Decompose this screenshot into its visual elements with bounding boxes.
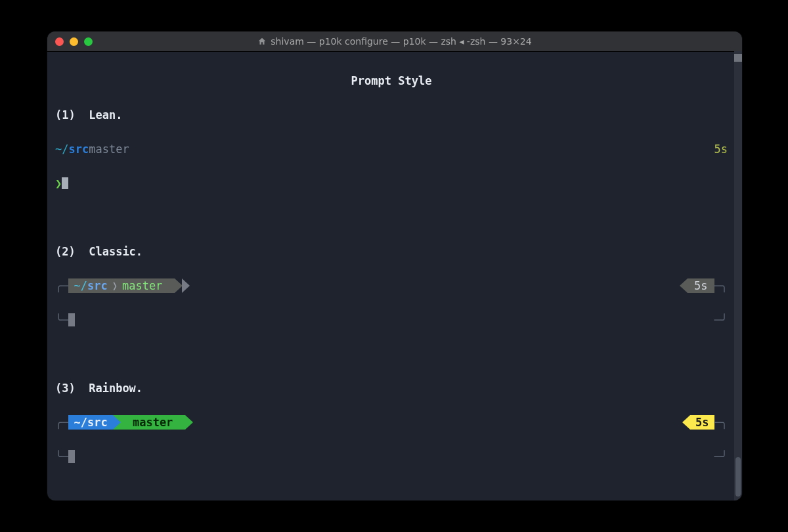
scroll-marker-icon — [734, 54, 742, 62]
connector-tl: ╭─ — [55, 277, 68, 294]
path-src: src — [68, 141, 89, 158]
path-tilde: ~/ — [55, 141, 68, 158]
terminal-window: shivam — p10k configure — p10k — zsh ◂ -… — [47, 32, 742, 500]
cursor — [62, 177, 68, 189]
classic-segment: ~/src❭master — [68, 278, 182, 293]
option-label: Classic. — [89, 243, 142, 260]
rainbow-segment: ~/src master — [68, 415, 192, 430]
scrollbar[interactable] — [734, 51, 742, 500]
option-key: (2) — [55, 243, 76, 260]
connector-tr: ─╮ — [714, 414, 728, 431]
rainbow-time-segment: 5s — [682, 415, 714, 430]
branch-label: master — [89, 141, 129, 158]
cursor — [68, 450, 75, 463]
time-right: 5s — [714, 141, 728, 158]
cursor — [68, 313, 75, 326]
option-label: Lean. — [89, 106, 122, 123]
option-label: Rainbow. — [89, 380, 142, 397]
scroll-thumb[interactable] — [735, 457, 741, 497]
connector-br: ─╯ — [714, 448, 728, 465]
connector-tr: ─╮ — [714, 277, 728, 294]
classic-time-segment: 5s — [680, 278, 714, 293]
chevron-icon: ❯ — [55, 175, 62, 192]
home-icon — [257, 37, 267, 46]
option-key: (1) — [55, 106, 76, 123]
page-title: Prompt Style — [55, 72, 728, 89]
connector-br: ─╯ — [714, 311, 728, 328]
terminal-content[interactable]: Prompt Style (1) Lean. ~/src master5s ❯ … — [47, 51, 734, 500]
connector-bl: ╰─ — [55, 311, 68, 328]
option-key: (3) — [55, 380, 76, 397]
title-bar[interactable]: shivam — p10k configure — p10k — zsh ◂ -… — [47, 32, 742, 52]
connector-tl: ╭─ — [55, 414, 68, 431]
window-title: shivam — p10k configure — p10k — zsh ◂ -… — [47, 36, 742, 47]
connector-bl: ╰─ — [55, 448, 68, 465]
